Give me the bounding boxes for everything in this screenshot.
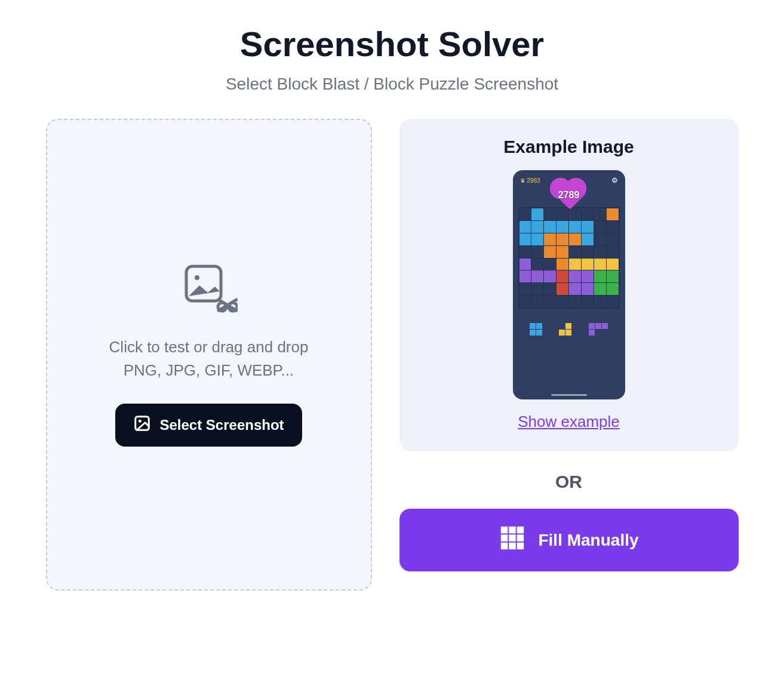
svg-rect-9 [509, 527, 516, 534]
svg-rect-16 [517, 543, 524, 550]
svg-rect-12 [509, 534, 516, 542]
example-title: Example Image [503, 137, 634, 157]
heart-score: 2789 [558, 190, 580, 201]
svg-rect-14 [501, 543, 508, 550]
svg-rect-8 [501, 527, 508, 534]
svg-rect-13 [517, 534, 524, 542]
svg-point-1 [195, 275, 199, 280]
fill-manually-label: Fill Manually [538, 531, 638, 550]
svg-rect-10 [517, 527, 524, 534]
svg-rect-15 [509, 543, 516, 550]
crown-score: ♛ 2983 [520, 177, 540, 184]
home-indicator [551, 394, 587, 396]
fill-manually-button[interactable]: Fill Manually [399, 509, 739, 571]
tray-piece [530, 323, 542, 336]
piece-tray [518, 323, 620, 336]
upload-dropzone[interactable]: Click to test or drag and drop PNG, JPG,… [46, 119, 372, 590]
score-heart: 2789 [555, 187, 583, 204]
select-screenshot-label: Select Screenshot [159, 417, 284, 433]
tray-piece [559, 323, 571, 336]
select-screenshot-button[interactable]: Select Screenshot [115, 404, 302, 447]
svg-rect-11 [501, 534, 508, 542]
example-phone-image: ♛ 2983 ⚙ 2789 [513, 170, 625, 399]
image-cut-icon [180, 263, 238, 320]
example-card: Example Image ♛ 2983 ⚙ 2789 [399, 119, 739, 451]
tray-piece [589, 323, 608, 336]
svg-rect-0 [186, 266, 221, 301]
game-board [518, 207, 620, 309]
page-title: Screenshot Solver [40, 24, 745, 64]
dropzone-hint: Click to test or drag and drop PNG, JPG,… [109, 336, 309, 382]
grid-icon [499, 524, 526, 556]
page-subtitle: Select Block Blast / Block Puzzle Screen… [40, 75, 745, 94]
image-icon [133, 414, 151, 436]
gear-icon: ⚙ [611, 176, 618, 184]
crown-icon: ♛ [520, 177, 525, 184]
or-separator: OR [399, 472, 739, 492]
show-example-link[interactable]: Show example [518, 413, 620, 431]
svg-point-7 [139, 420, 142, 423]
